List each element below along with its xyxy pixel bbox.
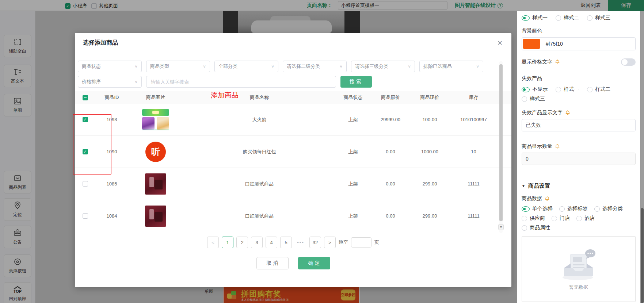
prev-page-button[interactable]: < [207, 237, 219, 248]
table-row[interactable]: 1084 口红测试商品 上架 0.00 299.00 11111 [75, 200, 511, 232]
category-select[interactable]: 全部分类∨ [214, 61, 278, 72]
status-text: 上架 [336, 181, 370, 187]
bg-color-picker[interactable]: #f75f10 [522, 37, 636, 50]
radio-invalid-style-1[interactable]: 样式一 [556, 86, 579, 93]
status-text: 上架 [336, 149, 370, 155]
quantity-input[interactable] [522, 153, 636, 165]
column-header: 商品状态 [336, 94, 370, 101]
status-text: 上架 [336, 213, 370, 219]
modal-footer: 取 消 确 定 [75, 257, 511, 269]
collapse-triangle-icon[interactable]: ▼ [522, 184, 525, 188]
pagination-ellipsis[interactable]: ••• [295, 237, 306, 248]
radio-hotel[interactable]: 酒店 [576, 215, 595, 222]
price-text-toggle[interactable] [621, 58, 636, 66]
status-text: 上架 [336, 116, 370, 123]
confirm-button[interactable]: 确 定 [298, 257, 330, 269]
price-text-label: 显示价格文字 [522, 59, 560, 65]
product-data-label: 商品数据 [522, 195, 636, 202]
radio-invalid-style-3[interactable]: 样式三 [522, 96, 545, 102]
pagination: < 1 2 3 4 5 ••• 32 > 跳至 页 [75, 237, 511, 248]
page-button-5[interactable]: 5 [280, 237, 292, 248]
product-type-select[interactable]: 商品类型∨ [146, 61, 210, 72]
scroll-down-arrow-icon[interactable]: ▼ [498, 224, 504, 230]
radio-style-2[interactable]: 样式二 [556, 15, 579, 21]
lipstick-image [145, 206, 166, 227]
add-product-annotation: 添加商品 [211, 91, 239, 100]
product-settings-section[interactable]: ▼ 商品设置 [522, 183, 636, 189]
table-scrollbar-thumb[interactable] [499, 64, 503, 221]
column-header: 商品原价 [370, 94, 411, 101]
radio-style-3[interactable]: 样式三 [587, 15, 610, 21]
radio-single-select[interactable]: 单个选择 [522, 206, 553, 212]
radio-select-tag[interactable]: 选择标签 [559, 206, 588, 212]
alarm-icon [555, 59, 560, 65]
empty-inbox-icon [557, 248, 601, 283]
cancel-button[interactable]: 取 消 [256, 257, 289, 269]
next-page-button[interactable]: > [324, 237, 336, 248]
table-row[interactable]: ✓ 1093 大火箭 上架 29999.00 100.00 1010100997 [75, 104, 511, 136]
radio-product-attr[interactable]: 商品属性 [522, 225, 550, 231]
third-category-select[interactable]: 请选择三级分类∨ [351, 61, 415, 72]
price-sort-select[interactable]: 价格排序∨ [78, 76, 142, 88]
chevron-down-icon: ∨ [408, 64, 411, 68]
page-button-1[interactable]: 1 [222, 237, 233, 248]
modal-header: 选择添加商品 ✕ [75, 33, 511, 53]
row-checkbox[interactable] [83, 213, 88, 219]
product-table: 商品ID 商品图片 商品名称 商品状态 商品原价 商品现价 库存 ✓ 1093 … [75, 91, 511, 232]
page-button-32[interactable]: 32 [309, 237, 321, 248]
radio-style-1[interactable]: 样式一 [522, 15, 548, 21]
price-text-row: 显示价格文字 [522, 58, 636, 66]
product-status-select[interactable]: 商品状态∨ [78, 61, 142, 72]
color-swatch[interactable] [523, 39, 540, 49]
chevron-down-icon: ∨ [134, 64, 138, 68]
modal-title: 选择添加商品 [83, 39, 118, 47]
annotation-rectangle [73, 114, 111, 174]
select-products-modal: 选择添加商品 ✕ 商品状态∨ 商品类型∨ 全部分类∨ 请选择二级分类∨ 请选择三… [75, 33, 511, 287]
jump-label: 跳至 [339, 239, 348, 246]
alarm-icon [565, 110, 571, 116]
product-data-radio-row1: 单个选择 选择标签 选择分类 [522, 206, 636, 212]
bg-color-label: 背景颜色 [522, 28, 636, 34]
invalid-text-label: 失效产品显示文字 [522, 110, 636, 116]
chevron-down-icon: ∨ [476, 64, 479, 68]
style-radio-group: 样式一 样式二 样式三 [522, 15, 636, 21]
page-button-2[interactable]: 2 [236, 237, 248, 248]
chevron-down-icon: ∨ [339, 64, 343, 68]
exclude-selected-select[interactable]: 排除已选商品∨ [419, 61, 483, 72]
product-data-radio-row2: 供应商 门店 酒店 [522, 215, 636, 222]
table-body: ✓ 1093 大火箭 上架 29999.00 100.00 1010100997… [75, 104, 511, 232]
invalid-text-input[interactable] [522, 119, 636, 131]
radio-supplier[interactable]: 供应商 [522, 215, 545, 222]
column-header: 商品现价 [411, 94, 449, 101]
table-row[interactable]: ✓ 1090 听 购买领每日红包 上架 0.00 1000.00 10 [75, 136, 511, 168]
radio-select-category[interactable]: 选择分类 [594, 206, 623, 212]
jump-suffix: 页 [374, 239, 379, 246]
radio-invalid-style-2[interactable]: 样式二 [587, 86, 610, 93]
table-header: 商品ID 商品图片 商品名称 商品状态 商品原价 商品现价 库存 [75, 91, 511, 104]
table-scrollbar[interactable]: ▼ [499, 61, 503, 233]
red-circle-logo: 听 [145, 142, 166, 162]
page-button-4[interactable]: 4 [266, 237, 277, 248]
row-checkbox[interactable] [83, 181, 88, 187]
column-header: 商品名称 [183, 94, 336, 101]
table-row[interactable]: 1085 口红测试商品 上架 0.00 299.00 11111 [75, 168, 511, 200]
lipstick-image [145, 173, 166, 195]
empty-state: 暂无数据 [522, 236, 636, 302]
alarm-icon [544, 196, 550, 202]
product-data-radio-row3: 商品属性 [522, 225, 636, 231]
close-icon[interactable]: ✕ [497, 39, 503, 47]
jump-page-input[interactable] [351, 237, 371, 248]
filter-bar: 商品状态∨ 商品类型∨ 全部分类∨ 请选择二级分类∨ 请选择三级分类∨ 排除已选… [75, 53, 511, 88]
radio-store[interactable]: 门店 [552, 215, 570, 222]
keyword-search-input[interactable] [146, 76, 336, 88]
search-button[interactable]: 搜索 [340, 76, 372, 88]
select-all-checkbox[interactable] [83, 95, 88, 100]
radio-invalid-hide[interactable]: 不显示 [522, 86, 548, 93]
page-button-3[interactable]: 3 [251, 237, 263, 248]
quantity-label: 商品显示数量 [522, 143, 636, 150]
alarm-icon [555, 143, 560, 149]
invalid-radio-group-row1: 不显示 样式一 样式二 [522, 86, 636, 93]
settings-panel: 样式一 样式二 样式三 背景颜色 #f75f10 显示价格文字 失效产品 不显示… [517, 11, 640, 303]
chevron-down-icon: ∨ [134, 80, 138, 84]
sub-category-select[interactable]: 请选择二级分类∨ [283, 61, 347, 72]
